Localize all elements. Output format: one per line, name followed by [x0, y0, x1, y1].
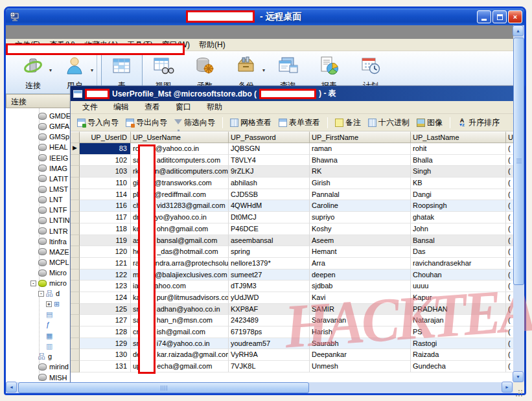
cell-last-name[interactable]: Chouhan [411, 269, 506, 281]
cell-user-id[interactable]: 120 [80, 246, 131, 258]
cell-last-name[interactable]: Natarajan [411, 315, 506, 327]
scroll-up-button[interactable]: ▲ [513, 25, 524, 36]
cell-last-name[interactable]: Rastogi [411, 338, 506, 350]
cell-password[interactable]: T8VLY4 [229, 155, 310, 166]
cell-user-id[interactable]: 130 [80, 349, 131, 361]
connection-tree[interactable]: GMDEGMFAGMSpHEALIEEIGIMAGLATITLMSTLNTLNT… [6, 108, 71, 381]
minimize-button[interactable] [477, 10, 491, 23]
cell-last-name[interactable]: uuuu [411, 281, 506, 292]
cell-first-name[interactable]: raman [310, 143, 411, 155]
cell-user-id[interactable]: 117 [80, 212, 131, 223]
tree-item-MAZE[interactable]: MAZE [6, 247, 71, 257]
row-selector[interactable] [71, 235, 80, 247]
cell-first-name[interactable]: deepen [310, 269, 411, 281]
cell-password[interactable]: yUdJWD [229, 292, 310, 304]
cell-password[interactable]: youdream57 [229, 338, 310, 350]
cell-user-id[interactable]: 119 [80, 235, 131, 247]
maximize-button[interactable] [492, 10, 507, 23]
cell-user-id[interactable]: 102 [80, 155, 131, 166]
table-menu-item[interactable]: 窗口 [168, 102, 199, 113]
window-titlebar[interactable]: - 远程桌面 × [6, 8, 524, 25]
cell-last-name[interactable]: ravichandrasekhar [411, 258, 506, 269]
row-selector[interactable] [71, 223, 80, 235]
dropdown-arrow-icon[interactable]: ▾ [262, 67, 265, 73]
row-selector[interactable] [71, 258, 80, 269]
tree-item-Micro[interactable]: Micro [6, 268, 71, 278]
dropdown-arrow-icon[interactable]: ▾ [91, 67, 93, 73]
cell-user-id[interactable]: 131 [80, 361, 131, 372]
collapse-icon[interactable]: - [38, 291, 44, 297]
cell-user-id[interactable]: 125 [80, 304, 131, 315]
collapse-icon[interactable]: - [30, 281, 36, 286]
tree-item-LNTF[interactable]: LNTF [6, 205, 71, 215]
row-selector[interactable] [71, 304, 80, 315]
cell-user-id[interactable]: 103 [80, 166, 131, 178]
cell-user-id[interactable]: 121 [80, 258, 131, 269]
cell-last-name[interactable]: PS [411, 327, 506, 338]
cell-last-name[interactable]: rohit [411, 143, 506, 155]
cell-user-id[interactable]: 83 [80, 143, 131, 155]
column-header-up_password[interactable]: UP_Password [229, 132, 310, 143]
tool-image[interactable]: 图像 [414, 116, 445, 130]
tree-item-g[interactable]: 品g [6, 351, 71, 361]
cell-first-name[interactable]: Caroline [310, 200, 411, 212]
tree-item[interactable]: ▦ [6, 330, 71, 341]
tree-item-micro[interactable]: -micro [6, 278, 71, 288]
cell-password[interactable]: 4QWHdM [229, 200, 310, 212]
row-selector[interactable] [71, 200, 80, 212]
horizontal-scroll-thumb[interactable] [18, 382, 309, 393]
table-menu-item[interactable]: 帮助 [199, 102, 230, 113]
cell-password[interactable]: abhilash [229, 178, 310, 189]
row-selector[interactable] [71, 281, 80, 292]
resize-grip[interactable] [513, 382, 524, 393]
cell-last-name[interactable]: ghatak [411, 212, 506, 223]
cell-user-id[interactable]: 116 [80, 200, 131, 212]
table-window-titlebar[interactable]: UserProfile_Mst @microsoftstore.dbo ( ) … [71, 86, 523, 101]
vertical-scroll-thumb[interactable] [513, 38, 524, 285]
row-selector[interactable] [71, 166, 80, 178]
cell-first-name[interactable]: sjdbab [310, 281, 411, 292]
cell-user-id[interactable]: 110 [80, 178, 131, 189]
cell-password[interactable]: 2423489 [229, 315, 310, 327]
cell-password[interactable]: 671978ps [229, 327, 310, 338]
cell-user-id[interactable]: 128 [80, 327, 131, 338]
tree-item[interactable]: ƒ [6, 320, 71, 330]
dropdown-arrow-icon[interactable]: ▾ [49, 67, 52, 73]
cell-user-id[interactable]: 129 [80, 338, 131, 350]
column-header-up_lastname[interactable]: UP_LastName [411, 132, 506, 143]
tree-item-LNT[interactable]: LNT [6, 194, 71, 205]
cell-last-name[interactable]: Kapur [411, 292, 506, 304]
tree-item-LATIT[interactable]: LATIT [6, 174, 71, 184]
cell-first-name[interactable]: supriyo [310, 212, 411, 223]
tree-item-LMST[interactable]: LMST [6, 184, 71, 194]
cell-last-name[interactable]: Singh [411, 166, 506, 178]
cell-password[interactable]: nellore1379* [229, 258, 310, 269]
scroll-left-button[interactable]: ◄ [6, 382, 17, 393]
row-selector[interactable] [71, 338, 80, 350]
tree-item-MISH[interactable]: MISH [6, 372, 71, 381]
tree-item-LNTIN[interactable]: LNTIN [6, 215, 71, 225]
table-menu-item[interactable]: 查看 [137, 102, 168, 113]
cell-first-name[interactable]: Saurabh [310, 338, 411, 350]
row-selector[interactable] [71, 178, 80, 189]
cell-password[interactable]: JQBSGN [229, 143, 310, 155]
cell-user-id[interactable]: 123 [80, 281, 131, 292]
cell-password[interactable]: VyRH9A [229, 349, 310, 361]
cell-first-name[interactable]: Bhawna [310, 155, 411, 166]
tree-item-IEEIG[interactable]: IEEIG [6, 153, 71, 163]
cell-first-name[interactable]: Arra [310, 258, 411, 269]
cell-user-id[interactable]: 114 [80, 189, 131, 201]
row-selector[interactable] [71, 189, 80, 201]
tree-item[interactable]: ▥ [6, 341, 71, 351]
table-menu-item[interactable]: 文件 [75, 102, 106, 113]
cell-password[interactable]: P46DCE [229, 223, 310, 235]
tree-item[interactable]: +⊞ [6, 299, 71, 310]
cell-first-name[interactable]: SAMIR [310, 304, 411, 315]
row-selector[interactable] [71, 361, 80, 372]
cell-first-name[interactable]: Aseem [310, 235, 411, 247]
horizontal-scrollbar[interactable]: ◄ ► [6, 382, 513, 393]
tool-hex[interactable]: 十六进制 [365, 116, 412, 130]
cell-first-name[interactable]: Harish [310, 327, 411, 338]
cell-first-name[interactable]: Saravanan [310, 315, 411, 327]
cell-first-name[interactable]: RK [310, 166, 411, 178]
